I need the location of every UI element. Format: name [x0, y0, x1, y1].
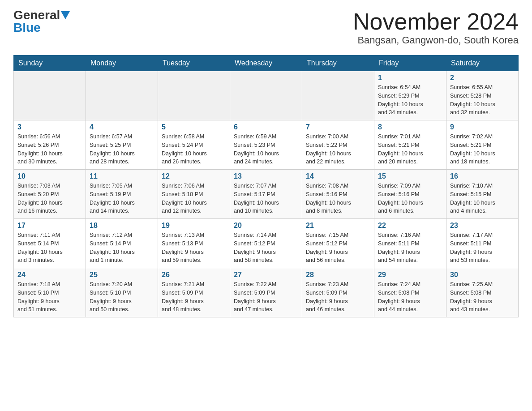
calendar-cell: 18Sunrise: 7:12 AM Sunset: 5:14 PM Dayli…	[86, 219, 158, 268]
calendar-week-row: 24Sunrise: 7:18 AM Sunset: 5:10 PM Dayli…	[14, 268, 519, 317]
day-info: Sunrise: 7:02 AM Sunset: 5:21 PM Dayligh…	[450, 133, 515, 166]
calendar-cell: 2Sunrise: 6:55 AM Sunset: 5:28 PM Daylig…	[446, 71, 519, 120]
day-number: 1	[378, 74, 442, 82]
calendar-cell	[230, 71, 302, 120]
day-info: Sunrise: 7:15 AM Sunset: 5:12 PM Dayligh…	[306, 231, 370, 265]
calendar-cell: 12Sunrise: 7:06 AM Sunset: 5:18 PM Dayli…	[158, 170, 230, 219]
calendar-cell: 29Sunrise: 7:24 AM Sunset: 5:08 PM Dayli…	[374, 268, 446, 317]
day-info: Sunrise: 7:13 AM Sunset: 5:13 PM Dayligh…	[162, 231, 226, 265]
calendar-cell: 25Sunrise: 7:20 AM Sunset: 5:10 PM Dayli…	[86, 268, 158, 317]
day-number: 20	[234, 222, 298, 230]
day-number: 21	[306, 222, 370, 230]
calendar-cell: 11Sunrise: 7:05 AM Sunset: 5:19 PM Dayli…	[86, 170, 158, 219]
day-info: Sunrise: 7:01 AM Sunset: 5:21 PM Dayligh…	[378, 133, 442, 166]
calendar-cell: 9Sunrise: 7:02 AM Sunset: 5:21 PM Daylig…	[446, 120, 519, 170]
day-number: 9	[450, 123, 515, 131]
day-number: 30	[450, 271, 515, 279]
calendar-cell: 22Sunrise: 7:16 AM Sunset: 5:11 PM Dayli…	[374, 219, 446, 268]
day-number: 27	[234, 271, 298, 279]
day-info: Sunrise: 7:21 AM Sunset: 5:09 PM Dayligh…	[162, 280, 226, 314]
day-info: Sunrise: 7:24 AM Sunset: 5:08 PM Dayligh…	[378, 280, 442, 314]
day-number: 8	[378, 123, 442, 131]
day-info: Sunrise: 7:18 AM Sunset: 5:10 PM Dayligh…	[17, 280, 82, 314]
day-info: Sunrise: 7:03 AM Sunset: 5:20 PM Dayligh…	[17, 182, 82, 215]
logo-blue-text: Blue	[13, 21, 41, 34]
day-info: Sunrise: 7:07 AM Sunset: 5:17 PM Dayligh…	[234, 182, 298, 215]
header-saturday: Saturday	[446, 56, 519, 71]
header-sunday: Sunday	[14, 56, 86, 71]
day-number: 7	[306, 123, 370, 131]
calendar-week-row: 1Sunrise: 6:54 AM Sunset: 5:29 PM Daylig…	[14, 71, 519, 120]
calendar-cell: 26Sunrise: 7:21 AM Sunset: 5:09 PM Dayli…	[158, 268, 230, 317]
day-info: Sunrise: 7:16 AM Sunset: 5:11 PM Dayligh…	[378, 231, 442, 265]
day-number: 2	[450, 74, 515, 82]
day-info: Sunrise: 7:05 AM Sunset: 5:19 PM Dayligh…	[90, 182, 154, 215]
day-number: 17	[17, 222, 82, 230]
calendar-cell: 10Sunrise: 7:03 AM Sunset: 5:20 PM Dayli…	[14, 170, 86, 219]
calendar-cell: 13Sunrise: 7:07 AM Sunset: 5:17 PM Dayli…	[230, 170, 302, 219]
day-number: 18	[90, 222, 154, 230]
title-block: November 2024 Bangsan, Gangwon-do, South…	[353, 9, 519, 46]
day-number: 29	[378, 271, 442, 279]
day-info: Sunrise: 7:08 AM Sunset: 5:16 PM Dayligh…	[306, 182, 370, 215]
day-info: Sunrise: 6:58 AM Sunset: 5:24 PM Dayligh…	[162, 133, 226, 166]
day-info: Sunrise: 7:12 AM Sunset: 5:14 PM Dayligh…	[90, 231, 154, 265]
calendar-cell	[302, 71, 374, 120]
day-number: 28	[306, 271, 370, 279]
calendar-cell	[158, 71, 230, 120]
day-number: 14	[306, 172, 370, 180]
calendar-cell	[14, 71, 86, 120]
calendar-cell: 30Sunrise: 7:25 AM Sunset: 5:08 PM Dayli…	[446, 268, 519, 317]
calendar-cell: 20Sunrise: 7:14 AM Sunset: 5:12 PM Dayli…	[230, 219, 302, 268]
logo-triangle-icon	[61, 11, 70, 19]
calendar-week-row: 10Sunrise: 7:03 AM Sunset: 5:20 PM Dayli…	[14, 170, 519, 219]
day-number: 24	[17, 271, 82, 279]
calendar-cell: 14Sunrise: 7:08 AM Sunset: 5:16 PM Dayli…	[302, 170, 374, 219]
day-number: 3	[17, 123, 82, 131]
calendar-cell: 28Sunrise: 7:23 AM Sunset: 5:09 PM Dayli…	[302, 268, 374, 317]
calendar-cell: 21Sunrise: 7:15 AM Sunset: 5:12 PM Dayli…	[302, 219, 374, 268]
day-info: Sunrise: 7:23 AM Sunset: 5:09 PM Dayligh…	[306, 280, 370, 314]
day-number: 6	[234, 123, 298, 131]
header-wednesday: Wednesday	[230, 56, 302, 71]
day-info: Sunrise: 6:56 AM Sunset: 5:26 PM Dayligh…	[17, 133, 82, 166]
calendar-header-row: SundayMondayTuesdayWednesdayThursdayFrid…	[14, 56, 519, 71]
day-number: 25	[90, 271, 154, 279]
day-info: Sunrise: 6:59 AM Sunset: 5:23 PM Dayligh…	[234, 133, 298, 166]
day-number: 5	[162, 123, 226, 131]
day-number: 10	[17, 172, 82, 180]
day-info: Sunrise: 7:22 AM Sunset: 5:09 PM Dayligh…	[234, 280, 298, 314]
day-info: Sunrise: 7:00 AM Sunset: 5:22 PM Dayligh…	[306, 133, 370, 166]
day-number: 11	[90, 172, 154, 180]
header-friday: Friday	[374, 56, 446, 71]
day-number: 13	[234, 172, 298, 180]
calendar-cell: 27Sunrise: 7:22 AM Sunset: 5:09 PM Dayli…	[230, 268, 302, 317]
day-number: 19	[162, 222, 226, 230]
calendar-week-row: 17Sunrise: 7:11 AM Sunset: 5:14 PM Dayli…	[14, 219, 519, 268]
calendar-week-row: 3Sunrise: 6:56 AM Sunset: 5:26 PM Daylig…	[14, 120, 519, 170]
day-number: 4	[90, 123, 154, 131]
day-info: Sunrise: 7:20 AM Sunset: 5:10 PM Dayligh…	[90, 280, 154, 314]
day-info: Sunrise: 6:54 AM Sunset: 5:29 PM Dayligh…	[378, 83, 442, 117]
header-thursday: Thursday	[302, 56, 374, 71]
day-info: Sunrise: 7:09 AM Sunset: 5:16 PM Dayligh…	[378, 182, 442, 215]
day-info: Sunrise: 7:14 AM Sunset: 5:12 PM Dayligh…	[234, 231, 298, 265]
calendar-cell: 23Sunrise: 7:17 AM Sunset: 5:11 PM Dayli…	[446, 219, 519, 268]
calendar-cell: 8Sunrise: 7:01 AM Sunset: 5:21 PM Daylig…	[374, 120, 446, 170]
day-info: Sunrise: 7:06 AM Sunset: 5:18 PM Dayligh…	[162, 182, 226, 215]
calendar-cell: 16Sunrise: 7:10 AM Sunset: 5:15 PM Dayli…	[446, 170, 519, 219]
location-subtitle: Bangsan, Gangwon-do, South Korea	[353, 34, 519, 46]
logo-general-text: General	[13, 9, 60, 21]
day-info: Sunrise: 7:17 AM Sunset: 5:11 PM Dayligh…	[450, 231, 515, 265]
day-number: 23	[450, 222, 515, 230]
page-header: General Blue November 2024 Bangsan, Gang…	[13, 9, 519, 46]
day-info: Sunrise: 7:10 AM Sunset: 5:15 PM Dayligh…	[450, 182, 515, 215]
day-number: 15	[378, 172, 442, 180]
calendar-cell: 4Sunrise: 6:57 AM Sunset: 5:25 PM Daylig…	[86, 120, 158, 170]
logo: General Blue	[13, 9, 70, 34]
day-number: 26	[162, 271, 226, 279]
day-number: 12	[162, 172, 226, 180]
calendar-cell: 6Sunrise: 6:59 AM Sunset: 5:23 PM Daylig…	[230, 120, 302, 170]
day-info: Sunrise: 6:55 AM Sunset: 5:28 PM Dayligh…	[450, 83, 515, 117]
header-tuesday: Tuesday	[158, 56, 230, 71]
